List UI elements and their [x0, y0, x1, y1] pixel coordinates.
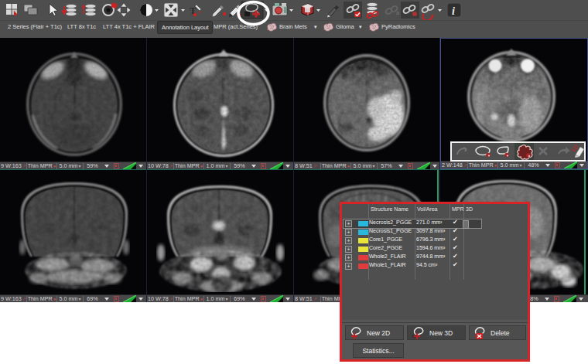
- svg-text:i: i: [452, 5, 455, 17]
- svg-text:a: a: [396, 10, 399, 15]
